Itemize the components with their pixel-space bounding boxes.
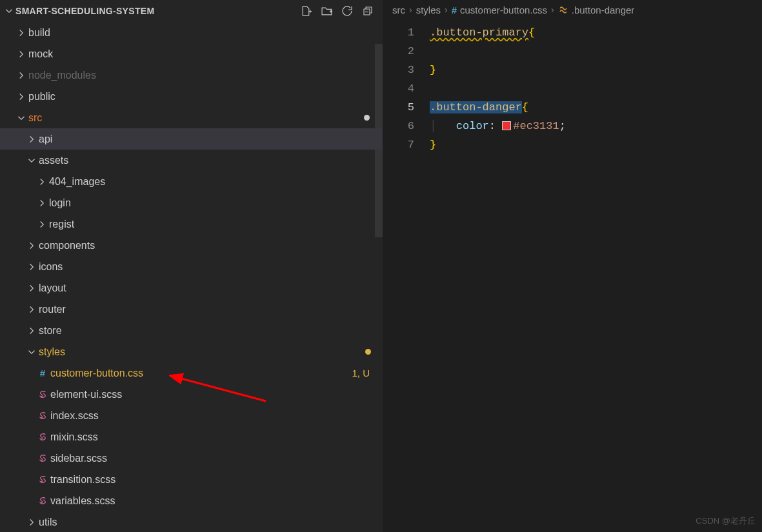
chevron-down-icon <box>26 157 37 164</box>
sass-icon <box>36 496 49 506</box>
tree-folder[interactable]: public <box>0 86 383 107</box>
sass-icon <box>36 389 49 399</box>
breadcrumb-segment[interactable]: # customer-button.css <box>452 5 547 15</box>
tree-item-label: layout <box>37 282 383 294</box>
tree-folder[interactable]: 404_images <box>0 171 383 192</box>
tree-folder[interactable]: node_modules <box>0 64 383 86</box>
code-line[interactable] <box>430 79 566 98</box>
line-number: 7 <box>383 135 414 154</box>
tree-item-label: element-ui.scss <box>49 389 383 400</box>
tree-folder[interactable]: login <box>0 192 383 213</box>
line-number: 1 <box>383 23 414 42</box>
chevron-right-icon <box>26 242 37 250</box>
tree-item-label: transition.scss <box>49 474 383 486</box>
breadcrumb-segment[interactable]: styles <box>416 5 441 15</box>
collapse-all-icon[interactable] <box>362 5 374 17</box>
line-number: 3 <box>383 61 414 79</box>
explorer-title: SMART-SCHEDULING-SYSTEM <box>14 6 300 16</box>
tree-item-label: index.scss <box>49 410 383 422</box>
chevron-right-icon <box>15 50 27 58</box>
tree-item-label: mock <box>27 48 383 60</box>
tree-folder[interactable]: components <box>0 235 383 256</box>
sass-icon <box>36 453 49 463</box>
tree-item-label: src <box>27 112 364 124</box>
refresh-icon[interactable] <box>341 5 353 17</box>
tree-item-label: sidebar.scss <box>49 453 383 464</box>
chevron-right-icon: › <box>445 5 448 15</box>
tree-item-label: mixin.scss <box>49 431 383 443</box>
code-line[interactable]: .button-primary{ <box>430 23 566 42</box>
sass-icon <box>36 475 49 484</box>
tree-folder[interactable]: store <box>0 320 383 341</box>
tree-item-label: build <box>27 27 383 39</box>
tree-folder[interactable]: styles <box>0 341 383 362</box>
code-line[interactable]: .button-danger{ <box>430 98 566 117</box>
chevron-right-icon <box>26 263 37 271</box>
tree-item-label: login <box>48 197 383 209</box>
line-number: 4 <box>383 79 414 98</box>
unsaved-dot-icon <box>364 115 370 121</box>
tree-file[interactable]: mixin.scss <box>0 426 383 448</box>
tree-folder[interactable]: src <box>0 107 383 128</box>
chevron-right-icon <box>26 518 37 526</box>
chevron-right-icon <box>36 199 48 207</box>
tree-item-label: components <box>37 240 383 251</box>
tree-item-label: public <box>27 91 383 103</box>
editor-panel: src › styles › # customer-button.css › .… <box>383 0 762 532</box>
line-number: 5 <box>383 98 414 117</box>
code-line[interactable]: } <box>430 135 566 154</box>
explorer-header[interactable]: SMART-SCHEDULING-SYSTEM <box>0 0 383 22</box>
chevron-right-icon <box>15 72 27 79</box>
tree-folder[interactable]: assets <box>0 150 383 171</box>
code-content[interactable]: .button-primary{ } .button-danger{│ colo… <box>430 23 566 154</box>
chevron-down-icon <box>26 348 37 356</box>
tree-item-label: regist <box>48 219 383 230</box>
explorer-panel: SMART-SCHEDULING-SYSTEM buildmocknode_mo… <box>0 0 383 532</box>
code-area[interactable]: 1234567 .button-primary{ } .button-dange… <box>383 19 762 154</box>
tree-file[interactable]: variables.scss <box>0 490 383 511</box>
chevron-right-icon <box>26 306 37 313</box>
new-folder-icon[interactable] <box>321 5 332 17</box>
chevron-right-icon <box>15 29 27 37</box>
chevron-down-icon <box>15 114 27 122</box>
tree-file[interactable]: element-ui.scss <box>0 384 383 405</box>
tree-folder[interactable]: icons <box>0 256 383 277</box>
tree-folder[interactable]: mock <box>0 43 383 64</box>
code-line[interactable] <box>430 42 566 61</box>
tree-folder[interactable]: router <box>0 299 383 320</box>
tree-folder[interactable]: regist <box>0 213 383 235</box>
chevron-right-icon <box>36 178 48 186</box>
tree-file[interactable]: index.scss <box>0 405 383 426</box>
tree-file[interactable]: sidebar.scss <box>0 448 383 469</box>
code-line[interactable]: │ color: #ec3131; <box>430 117 566 135</box>
tree-item-label: store <box>37 325 383 337</box>
git-decoration: 1, U <box>352 368 383 379</box>
tree-folder[interactable]: layout <box>0 277 383 299</box>
chevron-right-icon <box>26 135 37 143</box>
sass-icon <box>36 432 49 442</box>
tree-file[interactable]: #customer-button.css1, U <box>0 362 383 384</box>
tree-item-label: icons <box>37 261 383 273</box>
chevron-right-icon: › <box>551 5 554 15</box>
chevron-right-icon <box>26 284 37 292</box>
tree-item-label: router <box>37 304 383 315</box>
tree-folder[interactable]: build <box>0 22 383 43</box>
tree-item-label: styles <box>37 346 365 358</box>
tree-item-label: assets <box>37 155 383 166</box>
tree-file[interactable]: transition.scss <box>0 469 383 490</box>
modified-dot-icon <box>365 349 371 355</box>
tree-folder[interactable]: api <box>0 128 383 150</box>
chevron-right-icon <box>15 93 27 101</box>
code-line[interactable]: } <box>430 61 566 79</box>
tree-folder[interactable]: utils <box>0 511 383 532</box>
tree-item-label: customer-button.css <box>49 368 352 379</box>
breadcrumb-segment[interactable]: src <box>392 5 405 15</box>
breadcrumb[interactable]: src › styles › # customer-button.css › .… <box>383 0 762 19</box>
new-file-icon[interactable] <box>300 5 312 17</box>
line-number: 2 <box>383 42 414 61</box>
tree-item-label: variables.scss <box>49 495 383 507</box>
tree-item-label: utils <box>37 517 383 528</box>
hash-icon: # <box>36 368 49 379</box>
breadcrumb-segment[interactable]: .button-danger <box>558 5 635 15</box>
chevron-right-icon <box>26 327 37 335</box>
